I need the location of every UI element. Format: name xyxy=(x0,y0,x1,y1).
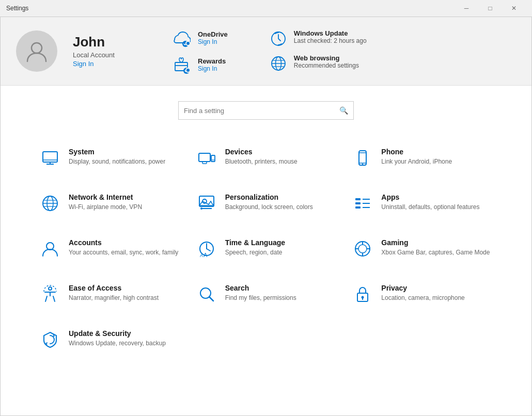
rewards-title: Rewards xyxy=(198,57,226,65)
avatar xyxy=(16,30,57,72)
settings-item-personalization[interactable]: Personalization Background, lock screen,… xyxy=(188,181,345,226)
settings-item-privacy[interactable]: Privacy Location, camera, microphone xyxy=(344,271,500,317)
close-button[interactable]: ✕ xyxy=(502,0,526,17)
apps-title: Apps xyxy=(381,193,479,201)
search-text: Search Find my files, permissions xyxy=(225,284,296,302)
web-browsing-item[interactable]: Web browsing Recommended settings xyxy=(269,54,367,73)
svg-rect-15 xyxy=(202,162,207,164)
devices-title: Devices xyxy=(225,148,298,156)
svg-rect-31 xyxy=(355,198,361,200)
settings-item-system[interactable]: System Display, sound, notifications, po… xyxy=(32,135,188,181)
settings-item-apps[interactable]: Apps Uninstall, defaults, optional featu… xyxy=(344,181,500,226)
settings-row-1: System Display, sound, notifications, po… xyxy=(32,135,500,181)
onedrive-dot xyxy=(185,41,191,46)
settings-item-search[interactable]: Search Find my files, permissions xyxy=(188,271,345,317)
search-box: 🔍 xyxy=(178,101,354,120)
update-security-title: Update & Security xyxy=(69,329,166,338)
windows-update-text: Windows Update Last checked: 2 hours ago xyxy=(294,29,367,44)
phone-title: Phone xyxy=(381,148,452,156)
onedrive-text: OneDrive Sign In xyxy=(198,30,228,45)
svg-rect-33 xyxy=(355,206,361,209)
svg-rect-14 xyxy=(199,153,210,162)
header-updates: Windows Update Last checked: 2 hours ago xyxy=(269,29,367,73)
network-text: Network & Internet Wi-Fi, airplane mode,… xyxy=(69,193,142,212)
system-title: System xyxy=(69,148,165,156)
svg-point-30 xyxy=(200,207,202,210)
settings-item-network[interactable]: Network & Internet Wi-Fi, airplane mode,… xyxy=(32,181,188,226)
settings-item-phone[interactable]: Phone Link your Android, iPhone xyxy=(344,135,500,181)
update-security-text: Update & Security Windows Update, recove… xyxy=(69,329,166,348)
settings-row-3: Accounts Your accounts, email, sync, wor… xyxy=(32,226,500,271)
svg-rect-32 xyxy=(355,202,361,204)
accounts-icon xyxy=(40,238,60,259)
onedrive-icon-wrap xyxy=(171,27,192,48)
search-area: 🔍 xyxy=(1,86,531,130)
svg-point-37 xyxy=(46,243,54,250)
header-section: John Local Account Sign In OneDrive Sig xyxy=(1,17,531,86)
rewards-icon-wrap xyxy=(171,54,192,75)
accounts-desc: Your accounts, email, sync, work, family xyxy=(69,248,178,257)
rewards-service[interactable]: Rewards Sign In xyxy=(171,54,228,75)
network-title: Network & Internet xyxy=(69,193,142,201)
network-desc: Wi-Fi, airplane mode, VPN xyxy=(69,203,142,212)
svg-point-0 xyxy=(32,43,42,53)
svg-text:A: A xyxy=(200,253,203,258)
titlebar-title: Settings xyxy=(6,5,455,12)
rewards-text: Rewards Sign In xyxy=(198,57,226,72)
rewards-subtitle: Sign In xyxy=(198,65,226,72)
settings-item-ease-of-access[interactable]: Ease of Access Narrator, magnifier, high… xyxy=(32,271,188,317)
settings-row-2: Network & Internet Wi-Fi, airplane mode,… xyxy=(32,181,500,226)
personalization-desc: Background, lock screen, colors xyxy=(225,203,313,212)
gaming-desc: Xbox Game Bar, captures, Game Mode xyxy=(381,248,490,257)
devices-desc: Bluetooth, printers, mouse xyxy=(225,157,298,166)
privacy-title: Privacy xyxy=(381,284,464,292)
settings-item-gaming[interactable]: Gaming Xbox Game Bar, captures, Game Mod… xyxy=(344,226,500,271)
settings-item-accounts[interactable]: Accounts Your accounts, email, sync, wor… xyxy=(32,226,188,271)
minimize-button[interactable]: ─ xyxy=(455,0,478,17)
windows-update-item[interactable]: Windows Update Last checked: 2 hours ago xyxy=(269,29,367,48)
search-input[interactable] xyxy=(184,107,339,115)
time-language-title: Time & Language xyxy=(225,238,285,247)
user-name: John xyxy=(73,34,135,50)
titlebar: Settings ─ □ ✕ xyxy=(0,0,532,17)
devices-text: Devices Bluetooth, printers, mouse xyxy=(225,148,298,166)
search-icon: 🔍 xyxy=(339,106,348,115)
personalization-text: Personalization Background, lock screen,… xyxy=(225,193,313,212)
personalization-title: Personalization xyxy=(225,193,313,201)
time-language-text: Time & Language Speech, region, date xyxy=(225,238,285,257)
web-browsing-title: Web browsing xyxy=(294,54,359,62)
web-browsing-icon xyxy=(269,54,288,73)
svg-point-49 xyxy=(49,287,52,290)
svg-point-53 xyxy=(362,296,364,299)
gaming-title: Gaming xyxy=(381,238,490,247)
settings-item-devices[interactable]: Devices Bluetooth, printers, mouse xyxy=(188,135,345,181)
settings-row-5: Update & Security Windows Update, recove… xyxy=(32,317,500,362)
svg-rect-16 xyxy=(211,155,215,162)
privacy-icon xyxy=(352,284,373,305)
system-desc: Display, sound, notifications, power xyxy=(69,157,165,166)
gaming-icon xyxy=(352,238,373,259)
web-browsing-text: Web browsing Recommended settings xyxy=(294,54,359,69)
svg-text:A: A xyxy=(204,252,208,258)
windows-update-subtitle: Last checked: 2 hours ago xyxy=(294,37,367,44)
svg-point-44 xyxy=(358,245,367,253)
settings-row-4: Ease of Access Narrator, magnifier, high… xyxy=(32,271,500,317)
svg-point-21 xyxy=(362,164,363,165)
user-signin-link[interactable]: Sign In xyxy=(73,60,93,68)
svg-rect-10 xyxy=(43,152,57,162)
svg-line-40 xyxy=(207,249,210,251)
windows-update-title: Windows Update xyxy=(294,29,367,37)
time-language-desc: Speech, region, date xyxy=(225,248,285,257)
personalization-icon xyxy=(196,193,217,214)
ease-of-access-icon xyxy=(40,284,60,305)
onedrive-title: OneDrive xyxy=(198,30,228,38)
maximize-button[interactable]: □ xyxy=(478,0,502,17)
settings-item-update-security[interactable]: Update & Security Windows Update, recove… xyxy=(32,317,188,362)
update-security-icon xyxy=(40,329,60,350)
privacy-desc: Location, camera, microphone xyxy=(381,294,464,302)
onedrive-service[interactable]: OneDrive Sign In xyxy=(171,27,228,48)
web-browsing-subtitle: Recommended settings xyxy=(294,62,359,69)
settings-item-time-language[interactable]: A A Time & Language Speech, region, date xyxy=(188,226,345,271)
apps-desc: Uninstall, defaults, optional features xyxy=(381,203,479,212)
apps-text: Apps Uninstall, defaults, optional featu… xyxy=(381,193,479,212)
